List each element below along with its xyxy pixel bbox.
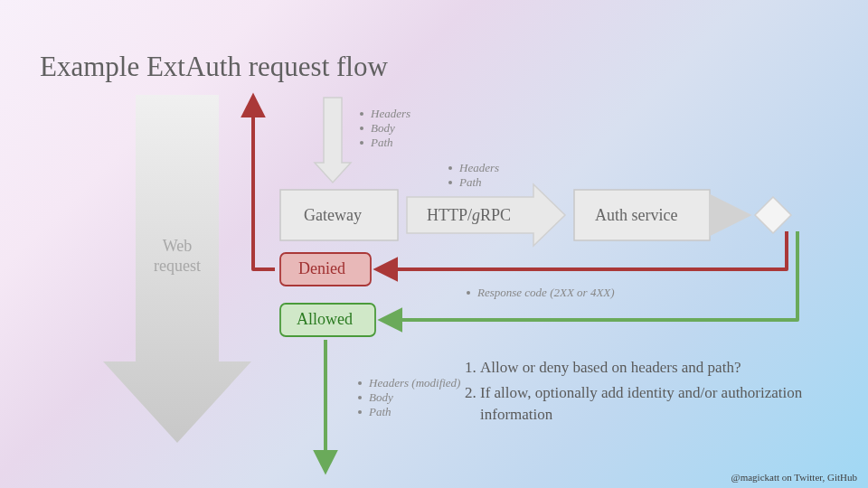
svg-text:Headers: Headers: [370, 107, 410, 120]
svg-point-10: [358, 381, 362, 385]
svg-point-6: [448, 166, 452, 170]
allowed-label: Allowed: [297, 310, 353, 328]
svg-point-4: [360, 141, 363, 145]
auth-service-label: Auth service: [595, 206, 677, 224]
denied-return-arrow: [253, 98, 275, 269]
protocol-label: HTTP/gRPC: [427, 206, 511, 224]
svg-text:Headers (modified): Headers (modified): [368, 376, 460, 389]
svg-text:Path: Path: [368, 405, 392, 418]
gateway-bullets: Headers Body Path: [360, 107, 410, 149]
svg-text:Body: Body: [369, 390, 393, 404]
footer-credit: @magickatt on Twitter, GitHub: [731, 472, 857, 483]
svg-text:Path: Path: [370, 136, 393, 149]
svg-text:Headers: Headers: [458, 161, 499, 174]
web-request-label-2: request: [154, 257, 201, 275]
allowed-path-arrow: [382, 231, 797, 320]
denied-label: Denied: [298, 259, 345, 277]
gateway-label: Gateway: [304, 206, 362, 224]
svg-point-0: [360, 112, 363, 116]
svg-text:Body: Body: [371, 121, 395, 135]
decision-step-2: If allow, optionally add identity and/or…: [480, 382, 818, 426]
decision-steps-list: Allow or deny based on headers and path?…: [457, 357, 818, 428]
modified-bullets: Headers (modified) Body Path: [358, 376, 460, 418]
response-code-note: Response code (2XX or 4XX): [476, 286, 615, 299]
into-gateway-arrow: [315, 98, 351, 183]
svg-point-2: [360, 127, 363, 130]
svg-point-14: [358, 410, 362, 414]
svg-point-8: [448, 181, 452, 184]
decision-diamond: [755, 197, 791, 233]
protocol-bullets: Headers Path: [448, 161, 499, 189]
svg-text:Path: Path: [458, 175, 482, 189]
response-note-dot: [467, 291, 470, 295]
web-request-label-1: Web: [163, 237, 193, 255]
decision-step-1: Allow or deny based on headers and path?: [480, 357, 818, 379]
svg-point-12: [358, 396, 362, 399]
